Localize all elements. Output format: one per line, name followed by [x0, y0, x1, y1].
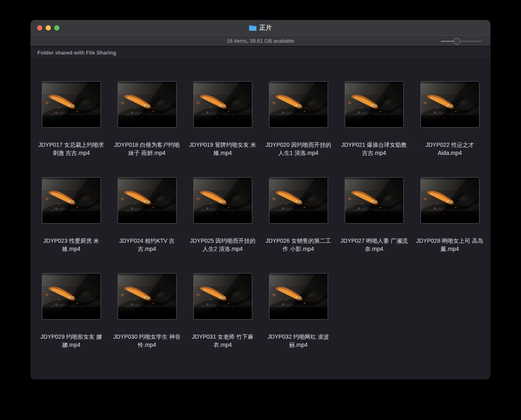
minimize-button[interactable] [46, 25, 51, 30]
file-item[interactable]: JDYP027 哟啪人妻 广濑流奈.mp4 [336, 178, 412, 274]
file-name[interactable]: JDYP024 相约KTV 吉吉.mp4 [112, 237, 182, 253]
file-name[interactable]: JDYP025 因约啪而开挂的人生2 清洛.mp4 [187, 237, 258, 253]
file-item[interactable]: JDYP017 女总裁上约啪求刺激 吉吉.mp4 [33, 82, 109, 178]
video-thumbnail[interactable] [42, 178, 101, 223]
file-item[interactable]: JDYP030 约啪女学生 神谷怜.mp4 [109, 274, 185, 370]
shared-folder-banner: Folder shared with File Sharing [31, 47, 490, 59]
folder-content: JDYP017 女总裁上约啪求刺激 吉吉.mp4 [31, 59, 490, 378]
file-name[interactable]: JDYP026 女销售的第二工作 小影.mp4 [263, 237, 334, 253]
file-item[interactable]: JDYP019 冒牌约啪女友 米娅.mp4 [185, 82, 260, 178]
icon-size-slider[interactable] [441, 37, 482, 45]
video-thumbnail[interactable] [421, 82, 479, 127]
video-thumbnail[interactable] [269, 274, 328, 319]
window-titlebar[interactable]: 正片 [31, 20, 490, 35]
video-thumbnail[interactable] [118, 274, 176, 319]
traffic-lights [37, 20, 59, 35]
file-item[interactable]: JDYP018 白领为客户约啪妹子 雨妍.mp4 [109, 82, 185, 178]
video-thumbnail[interactable] [118, 82, 176, 127]
file-item[interactable]: JDYP023 性爱厨房 米娅.mp4 [33, 178, 109, 274]
file-item[interactable]: JDYP029 约啪前女友 娜娜.mp4 [33, 274, 109, 370]
slider-knob[interactable] [453, 38, 460, 45]
file-item[interactable]: JDYP026 女销售的第二工作 小影.mp4 [260, 178, 336, 274]
status-text: 16 items, 39.61 GB available [227, 38, 294, 44]
file-name[interactable]: JDYP028 哟啪女上司 高岛薰.mp4 [414, 237, 485, 253]
file-item[interactable]: JDYP032 约啪网红 凌波丽.mp4 [260, 274, 336, 370]
video-thumbnail[interactable] [345, 82, 403, 127]
file-name[interactable]: JDYP022 性运之才 Aida.mp4 [414, 141, 485, 157]
file-item[interactable]: JDYP021 爆操台球女助教 吉吉.mp4 [336, 82, 412, 178]
video-thumbnail[interactable] [42, 82, 101, 127]
slider-track[interactable] [441, 41, 482, 42]
file-name[interactable]: JDYP021 爆操台球女助教 吉吉.mp4 [339, 141, 409, 157]
file-grid: JDYP017 女总裁上约啪求刺激 吉吉.mp4 [33, 82, 488, 370]
close-button[interactable] [37, 25, 42, 30]
video-thumbnail[interactable] [345, 178, 403, 223]
file-name[interactable]: JDYP031 女老师 竹下麻衣.mp4 [187, 333, 258, 349]
file-name[interactable]: JDYP020 因约啪而开挂的人生1 清洛.mp4 [263, 141, 334, 157]
window-title-area: 正片 [249, 24, 272, 32]
video-thumbnail[interactable] [194, 82, 252, 127]
banner-text: Folder shared with File Sharing [37, 50, 116, 56]
file-item[interactable]: JDYP028 哟啪女上司 高岛薰.mp4 [412, 178, 488, 274]
file-item[interactable]: JDYP024 相约KTV 吉吉.mp4 [109, 178, 185, 274]
file-name[interactable]: JDYP017 女总裁上约啪求刺激 吉吉.mp4 [36, 141, 107, 157]
file-item[interactable]: JDYP020 因约啪而开挂的人生1 清洛.mp4 [260, 82, 336, 178]
file-item[interactable]: JDYP031 女老师 竹下麻衣.mp4 [185, 274, 260, 370]
video-thumbnail[interactable] [269, 82, 328, 127]
file-name[interactable]: JDYP030 约啪女学生 神谷怜.mp4 [112, 333, 182, 349]
file-item[interactable]: JDYP025 因约啪而开挂的人生2 清洛.mp4 [185, 178, 260, 274]
status-bar: 16 items, 39.61 GB available [31, 35, 490, 47]
zoom-button[interactable] [54, 25, 59, 30]
finder-window: 正片 16 items, 39.61 GB available Folder s… [31, 20, 490, 379]
video-thumbnail[interactable] [421, 178, 479, 223]
folder-icon [249, 25, 256, 31]
window-title: 正片 [259, 24, 272, 32]
video-thumbnail[interactable] [194, 178, 252, 223]
file-name[interactable]: JDYP029 约啪前女友 娜娜.mp4 [36, 333, 107, 349]
file-item[interactable]: JDYP022 性运之才 Aida.mp4 [412, 82, 488, 178]
file-name[interactable]: JDYP019 冒牌约啪女友 米娅.mp4 [187, 141, 258, 157]
file-name[interactable]: JDYP032 约啪网红 凌波丽.mp4 [263, 333, 334, 349]
video-thumbnail[interactable] [269, 178, 328, 223]
file-name[interactable]: JDYP018 白领为客户约啪妹子 雨妍.mp4 [112, 141, 182, 157]
video-thumbnail[interactable] [42, 274, 101, 319]
video-thumbnail[interactable] [118, 178, 176, 223]
file-name[interactable]: JDYP023 性爱厨房 米娅.mp4 [36, 237, 107, 253]
video-thumbnail[interactable] [194, 274, 252, 319]
file-name[interactable]: JDYP027 哟啪人妻 广濑流奈.mp4 [339, 237, 409, 253]
